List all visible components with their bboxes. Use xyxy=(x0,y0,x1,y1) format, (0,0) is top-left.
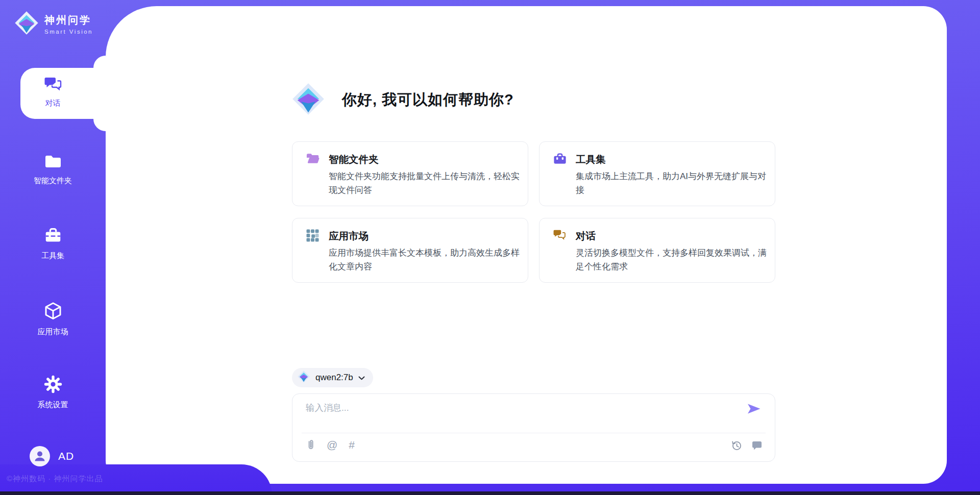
app-logo: 神州问学 Smart Vision xyxy=(14,10,93,38)
active-tab-fillet-bottom xyxy=(93,119,106,131)
cube-icon xyxy=(43,314,63,323)
folder-open-icon xyxy=(306,153,320,166)
hash-icon: # xyxy=(349,439,355,451)
card-description: 集成市场上主流工具，助力AI与外界无缝扩展与对接 xyxy=(576,169,771,197)
chat-bubbles-icon xyxy=(553,229,566,243)
send-icon xyxy=(746,402,762,415)
app-name: 神州问学 xyxy=(44,13,93,27)
gear-icon xyxy=(43,387,63,396)
active-tab-fillet-top xyxy=(93,56,106,68)
model-name: qwen2:7b xyxy=(315,373,353,383)
sidebar-item-app-market[interactable]: 应用市场 xyxy=(0,301,106,337)
paperclip-icon xyxy=(306,439,315,451)
app-subtitle: Smart Vision xyxy=(44,29,93,35)
sidebar-item-toolbox[interactable]: 工具集 xyxy=(0,226,106,261)
card-description: 应用市场提供丰富长文本模板，助力高效生成多样化文章内容 xyxy=(329,246,524,274)
feature-card-smart-folder[interactable]: 智能文件夹 智能文件夹功能支持批量文件上传与清洗，轻松实现文件问答 xyxy=(292,141,528,206)
card-description: 智能文件夹功能支持批量文件上传与清洗，轻松实现文件问答 xyxy=(329,169,524,197)
grid-icon xyxy=(306,229,319,244)
feature-card-app-market[interactable]: 应用市场 应用市场提供丰富长文本模板，助力高效生成多样化文章内容 xyxy=(292,218,528,283)
chat-icon xyxy=(44,86,62,94)
sidebar-item-smart-folder[interactable]: 智能文件夹 xyxy=(0,152,106,186)
bottom-edge-strip xyxy=(0,491,980,495)
user-initials: AD xyxy=(58,450,74,462)
sidebar-item-settings[interactable]: 系统设置 xyxy=(0,374,106,410)
greeting-diamond-icon xyxy=(291,82,326,118)
card-description: 灵活切换多模型文件，支持多样回复效果调试，满足个性化需求 xyxy=(576,246,771,274)
sidebar-item-chat[interactable]: 对话 xyxy=(0,75,106,108)
mention-button[interactable]: @ xyxy=(327,439,337,451)
model-selector[interactable]: qwen2:7b xyxy=(292,368,373,387)
greeting-title: 你好, 我可以如何帮助你? xyxy=(342,90,514,110)
chevron-down-icon xyxy=(358,373,365,382)
chat-bubble-icon xyxy=(751,440,763,451)
message-input[interactable] xyxy=(306,402,740,428)
history-icon xyxy=(731,440,742,451)
sidebar-item-label: 应用市场 xyxy=(0,327,106,337)
user-account[interactable]: AD xyxy=(30,446,74,466)
conversation-button[interactable] xyxy=(751,440,763,451)
card-title: 智能文件夹 xyxy=(329,153,379,166)
feature-card-toolbox[interactable]: 工具集 集成市场上主流工具，助力AI与外界无缝扩展与对接 xyxy=(539,141,775,206)
card-title: 对话 xyxy=(576,229,596,243)
sidebar-item-label: 对话 xyxy=(0,98,106,108)
sidebar-item-label: 系统设置 xyxy=(0,400,106,410)
toolbox-icon xyxy=(43,238,63,247)
attachment-button[interactable] xyxy=(306,439,315,451)
card-title: 工具集 xyxy=(576,153,606,166)
at-icon: @ xyxy=(327,439,337,451)
card-title: 应用市场 xyxy=(329,229,369,243)
avatar xyxy=(30,446,50,466)
send-button[interactable] xyxy=(746,402,762,415)
feature-card-chat[interactable]: 对话 灵活切换多模型文件，支持多样回复效果调试，满足个性化需求 xyxy=(539,218,775,283)
folder-icon xyxy=(44,163,62,172)
sidebar-item-label: 智能文件夹 xyxy=(0,176,106,186)
model-diamond-icon xyxy=(297,370,310,385)
copyright-text: ©神州数码 · 神州问学出品 xyxy=(7,474,103,484)
composer-divider xyxy=(302,433,766,433)
briefcase-icon xyxy=(553,153,567,166)
greeting-block: 你好, 我可以如何帮助你? xyxy=(291,82,514,118)
sidebar-item-label: 工具集 xyxy=(0,251,106,261)
history-button[interactable] xyxy=(731,440,742,451)
topic-button[interactable]: # xyxy=(349,439,355,451)
brand-diamond-icon xyxy=(14,10,39,38)
message-composer: @ # xyxy=(292,393,775,462)
